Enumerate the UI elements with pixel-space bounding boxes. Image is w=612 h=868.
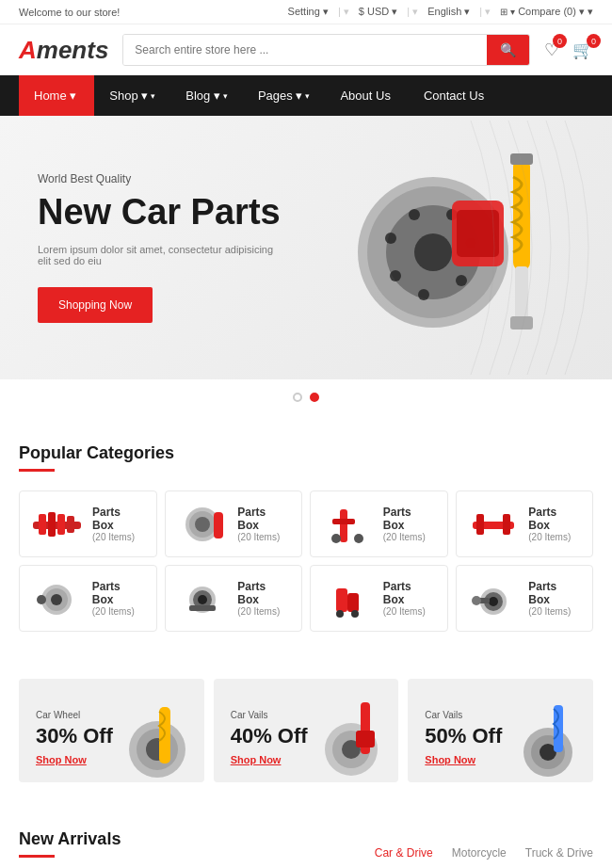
svg-rect-20 xyxy=(57,514,65,535)
promo-image-2 xyxy=(304,698,398,782)
search-bar: 🔍 xyxy=(122,34,530,66)
logo-text: ments xyxy=(37,36,109,64)
cart-badge: 0 xyxy=(587,34,601,48)
popular-categories-title: Popular Categories xyxy=(19,443,593,463)
svg-rect-42 xyxy=(347,593,359,612)
new-arrivals-section: New Arrivals Car & Drive Motorcycle Truc… xyxy=(0,801,612,868)
category-name-8: Parts Box xyxy=(528,580,581,606)
category-count-4: (20 Items) xyxy=(528,532,581,542)
currency-menu[interactable]: $ USD xyxy=(359,6,397,18)
svg-rect-26 xyxy=(340,509,347,542)
category-count-7: (20 Items) xyxy=(383,606,436,617)
nav-blog[interactable]: Blog ▾ xyxy=(170,75,243,116)
main-nav: Home ▾ Shop ▾ Blog ▾ Pages ▾ About Us Co… xyxy=(0,75,612,116)
category-info-1: Parts Box (20 Items) xyxy=(92,506,145,542)
svg-point-43 xyxy=(336,610,344,618)
category-info-5: Parts Box (20 Items) xyxy=(92,580,145,617)
category-name-4: Parts Box xyxy=(528,506,581,532)
hero-cta-button[interactable]: Shopping Now xyxy=(38,287,153,323)
svg-point-36 xyxy=(37,595,46,604)
setting-menu[interactable]: Setting xyxy=(288,6,329,18)
arrivals-title-group: New Arrivals xyxy=(19,829,121,868)
compare-menu[interactable]: ⊞ Compare (0) xyxy=(500,6,593,18)
category-info-8: Parts Box (20 Items) xyxy=(528,580,581,617)
arrivals-tab-motorcycle[interactable]: Motorcycle xyxy=(452,846,507,860)
wishlist-button[interactable]: ♡ 0 xyxy=(544,40,559,60)
hero-slider-dots xyxy=(0,379,612,415)
arrivals-tab-car[interactable]: Car & Drive xyxy=(375,846,433,860)
promo-card-3: Car Vails 50% Off Shop Now xyxy=(408,679,593,782)
category-name-6: Parts Box xyxy=(237,580,290,606)
logo-letter: A xyxy=(19,36,37,64)
category-name-1: Parts Box xyxy=(92,506,145,532)
arrivals-tab-truck[interactable]: Truck & Drive xyxy=(525,846,593,860)
arrivals-tabs: Car & Drive Motorcycle Truck & Drive xyxy=(375,846,593,860)
category-name-2: Parts Box xyxy=(237,506,290,532)
hero-title: New Car Parts xyxy=(38,193,282,233)
category-count-8: (20 Items) xyxy=(528,606,581,617)
search-input[interactable] xyxy=(123,35,487,65)
category-card-3[interactable]: Parts Box (20 Items) xyxy=(310,490,448,557)
svg-rect-19 xyxy=(48,512,56,537)
svg-point-35 xyxy=(51,594,62,605)
nav-about[interactable]: About Us xyxy=(325,75,408,116)
nav-home[interactable]: Home ▾ xyxy=(19,75,94,116)
top-bar-right: Setting | $ USD | English | ⊞ Compare (0… xyxy=(288,6,593,18)
svg-rect-18 xyxy=(39,514,46,535)
svg-rect-25 xyxy=(214,512,223,538)
svg-rect-58 xyxy=(356,731,375,747)
top-bar: Welcome to our store! Setting | $ USD | … xyxy=(0,0,612,24)
svg-rect-40 xyxy=(189,605,216,611)
popular-categories-section: Popular Categories Parts Box (20 Items) … xyxy=(0,415,612,660)
category-card-1[interactable]: Parts Box (20 Items) xyxy=(19,490,157,557)
hero-description: Lorem ipsum dolor sit amet, consectetur … xyxy=(38,244,282,266)
nav-contact[interactable]: Contact Us xyxy=(409,75,502,116)
svg-point-49 xyxy=(472,596,481,605)
svg-rect-27 xyxy=(332,519,355,524)
welcome-text: Welcome to our store! xyxy=(19,7,120,18)
category-name-3: Parts Box xyxy=(383,506,436,532)
category-card-5[interactable]: Parts Box (20 Items) xyxy=(19,565,157,632)
category-count-1: (20 Items) xyxy=(92,532,145,542)
promo-card-1: Car Wheel 30% Off Shop Now xyxy=(19,679,204,782)
promo-image-1 xyxy=(110,698,204,782)
svg-point-24 xyxy=(195,517,210,532)
promo-card-2: Car Vails 40% Off Shop Now xyxy=(214,679,399,782)
hero-bg-decoration xyxy=(330,116,612,379)
category-image-6 xyxy=(177,577,229,619)
nav-pages[interactable]: Pages ▾ xyxy=(243,75,325,116)
svg-rect-31 xyxy=(476,514,484,535)
hero-content: World Best Quality New Car Parts Lorem i… xyxy=(38,172,282,323)
category-card-4[interactable]: Parts Box (20 Items) xyxy=(456,490,594,557)
search-button[interactable]: 🔍 xyxy=(487,35,529,65)
category-count-3: (20 Items) xyxy=(383,532,436,542)
hero-section: World Best Quality New Car Parts Lorem i… xyxy=(0,116,612,379)
category-count-2: (20 Items) xyxy=(237,532,290,542)
wishlist-badge: 0 xyxy=(553,34,567,48)
svg-point-28 xyxy=(331,534,341,543)
new-arrivals-underline xyxy=(19,855,55,858)
slider-dot-2[interactable] xyxy=(310,393,319,402)
cart-button[interactable]: 🛒 0 xyxy=(572,40,593,60)
hero-subtitle: World Best Quality xyxy=(38,172,282,185)
svg-point-44 xyxy=(351,610,359,618)
header: Aments 🔍 ♡ 0 🛒 0 xyxy=(0,24,612,75)
svg-rect-41 xyxy=(336,588,347,612)
title-underline xyxy=(19,469,55,472)
category-card-7[interactable]: Parts Box (20 Items) xyxy=(310,565,448,632)
category-image-7 xyxy=(322,577,374,619)
logo[interactable]: Aments xyxy=(19,36,108,65)
category-info-3: Parts Box (20 Items) xyxy=(383,506,436,542)
category-image-4 xyxy=(468,503,520,545)
category-card-8[interactable]: Parts Box (20 Items) xyxy=(456,565,594,632)
category-card-2[interactable]: Parts Box (20 Items) xyxy=(165,490,303,557)
category-card-6[interactable]: Parts Box (20 Items) xyxy=(165,565,303,632)
nav-shop[interactable]: Shop ▾ xyxy=(94,75,170,116)
category-count-5: (20 Items) xyxy=(92,606,145,617)
category-name-7: Parts Box xyxy=(383,580,436,606)
category-info-7: Parts Box (20 Items) xyxy=(383,580,436,617)
language-menu[interactable]: English xyxy=(427,6,470,18)
slider-dot-1[interactable] xyxy=(293,393,302,402)
category-name-5: Parts Box xyxy=(92,580,145,606)
category-image-5 xyxy=(31,577,83,619)
